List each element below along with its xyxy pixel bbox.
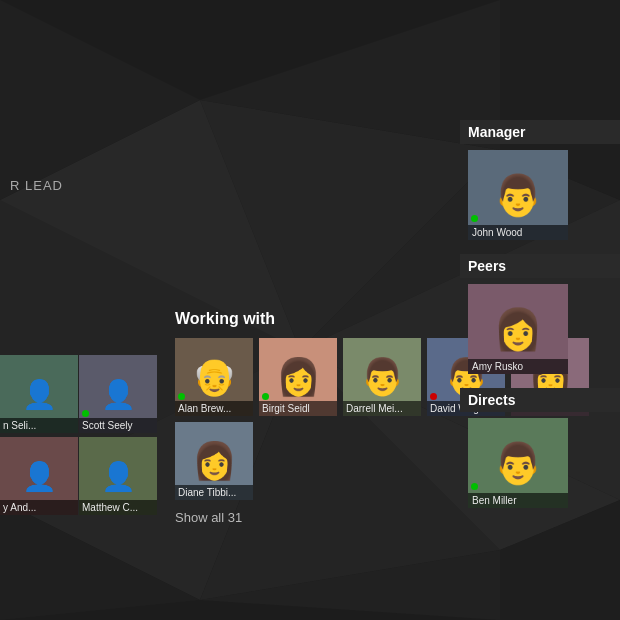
list-item[interactable]: 👨 Darrell Mei... xyxy=(343,338,421,416)
person-name: Diane Tibbi... xyxy=(175,485,253,500)
person-name: Alan Brew... xyxy=(175,401,253,416)
person-name: n Seli... xyxy=(0,418,78,433)
person-name: John Wood xyxy=(468,225,568,240)
left-avatar-grid: 👤 n Seli... 👤 Scott Seely 👤 y And... 👤 M… xyxy=(0,355,175,515)
manager-card[interactable]: 👨 John Wood xyxy=(468,150,568,240)
directs-section: Directs 👨 Ben Miller xyxy=(460,388,620,508)
list-item[interactable]: 👩 Diane Tibbi... xyxy=(175,422,253,500)
status-indicator xyxy=(471,483,478,490)
list-item[interactable]: 👩 Birgit Seidl xyxy=(259,338,337,416)
lead-label: R LEAD xyxy=(10,178,63,193)
directs-card[interactable]: 👨 Ben Miller xyxy=(468,418,568,508)
person-name: Ben Miller xyxy=(468,493,568,508)
left-people-section: 👤 n Seli... 👤 Scott Seely 👤 y And... 👤 M… xyxy=(0,355,175,515)
directs-label: Directs xyxy=(460,388,620,412)
list-item[interactable]: 👤 y And... xyxy=(0,437,78,515)
list-item[interactable]: 👤 Matthew C... xyxy=(79,437,157,515)
right-panel: Manager 👨 John Wood Peers 👩 Amy Rusko Di… xyxy=(460,120,620,522)
list-item[interactable]: 👴 Alan Brew... xyxy=(175,338,253,416)
status-indicator xyxy=(430,393,437,400)
manager-section: Manager 👨 John Wood xyxy=(460,120,620,240)
person-name: Scott Seely xyxy=(79,418,157,433)
peers-label: Peers xyxy=(460,254,620,278)
list-item[interactable]: 👤 n Seli... xyxy=(0,355,78,433)
status-indicator xyxy=(471,215,478,222)
manager-label: Manager xyxy=(460,120,620,144)
person-name: Matthew C... xyxy=(79,500,157,515)
status-indicator xyxy=(262,393,269,400)
person-name: Birgit Seidl xyxy=(259,401,337,416)
person-name: Darrell Mei... xyxy=(343,401,421,416)
person-name: Amy Rusko xyxy=(468,359,568,374)
peers-section: Peers 👩 Amy Rusko xyxy=(460,254,620,374)
status-indicator xyxy=(178,393,185,400)
person-name: y And... xyxy=(0,500,78,515)
peers-card[interactable]: 👩 Amy Rusko xyxy=(468,284,568,374)
status-indicator xyxy=(82,410,89,417)
list-item[interactable]: 👤 Scott Seely xyxy=(79,355,157,433)
